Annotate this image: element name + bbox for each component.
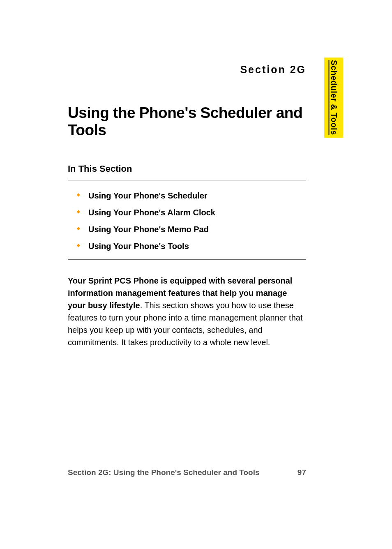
page-footer: Section 2G: Using the Phone's Scheduler … [68, 468, 306, 477]
list-item: Using Your Phone's Alarm Clock [77, 208, 306, 217]
page-title: Using the Phone's Scheduler and Tools [68, 104, 306, 139]
side-tab-label: Scheduler & Tools [329, 60, 339, 135]
divider-top [68, 180, 306, 180]
list-item-text: Using Your Phone's Memo Pad [88, 225, 209, 234]
footer-section-label: Section 2G: Using the Phone's Scheduler … [68, 468, 260, 477]
list-item-text: Using Your Phone's Scheduler [88, 191, 208, 200]
list-item: Using Your Phone's Scheduler [77, 191, 306, 201]
in-this-section-heading: In This Section [68, 164, 306, 174]
list-item-text: Using Your Phone's Alarm Clock [88, 208, 215, 217]
section-label: Section 2G [68, 64, 306, 76]
section-bullet-list: Using Your Phone's Scheduler Using Your … [68, 191, 306, 251]
list-item: Using Your Phone's Tools [77, 242, 306, 251]
divider-bottom [68, 259, 306, 260]
list-item: Using Your Phone's Memo Pad [77, 225, 306, 234]
main-content: Section 2G Using the Phone's Scheduler a… [68, 64, 306, 348]
side-tab: Scheduler & Tools [324, 58, 343, 138]
intro-paragraph: Your Sprint PCS Phone is equipped with s… [68, 274, 306, 348]
list-item-text: Using Your Phone's Tools [88, 242, 189, 251]
page-number: 97 [297, 468, 306, 477]
